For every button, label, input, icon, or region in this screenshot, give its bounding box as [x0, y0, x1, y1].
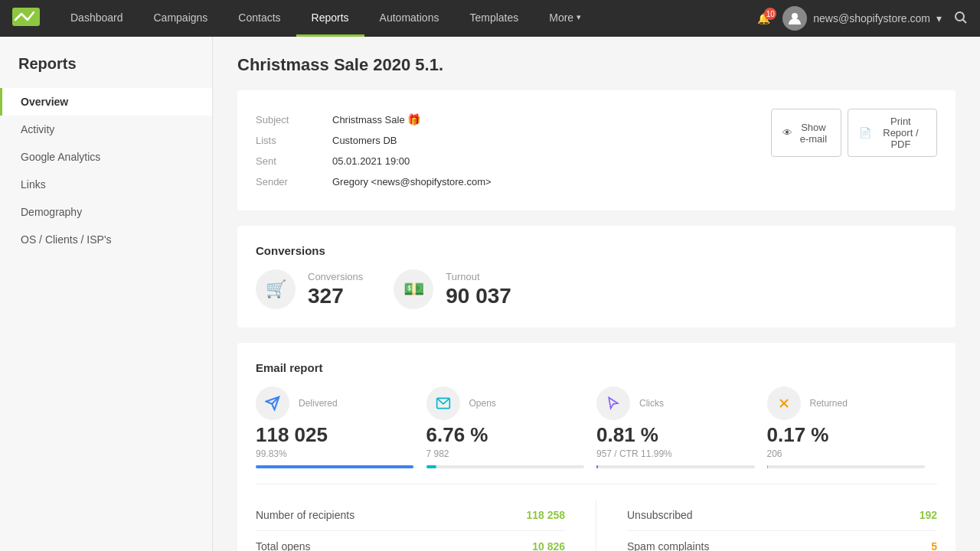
stats-col-left: Number of recipients 118 258 Total opens… — [256, 500, 596, 551]
clicks-header: Clicks — [596, 386, 755, 420]
unsubscribed-row: Unsubscribed 192 — [627, 500, 937, 531]
nav-reports[interactable]: Reports — [296, 0, 364, 37]
logo[interactable] — [12, 8, 43, 29]
user-menu[interactable]: news@shopifystore.com ▾ — [782, 6, 942, 31]
conversions-card: Conversions 🛒 Conversions 327 💵 Turnout … — [237, 226, 956, 328]
delivered-pct: 99.83% — [256, 448, 414, 459]
conversions-row: 🛒 Conversions 327 💵 Turnout 90 037 — [256, 269, 937, 309]
email-report-card: Email report Delivered 118 02 — [237, 343, 956, 551]
sidebar-item-google-analytics[interactable]: Google Analytics — [0, 143, 212, 171]
clicks-progress-bg — [596, 465, 755, 468]
turnout-number: 90 037 — [446, 284, 511, 308]
top-navigation: Dashboard Campaigns Contacts Reports Aut… — [0, 0, 980, 37]
returned-label: Returned — [810, 398, 848, 409]
meta-row-lists: Lists Customers DB — [256, 130, 771, 151]
total-opens-label: Total opens — [256, 540, 311, 551]
search-button[interactable] — [954, 11, 968, 27]
envelope-icon — [426, 386, 460, 420]
total-opens-row: Total opens 10 826 — [256, 531, 565, 551]
delivered-label-wrap: Delivered — [299, 398, 338, 409]
sidebar-item-activity[interactable]: Activity — [0, 116, 212, 143]
clicks-progress-fill — [596, 465, 598, 468]
subject-label: Subject — [256, 114, 332, 126]
clicks-label: Clicks — [639, 398, 664, 409]
opens-progress-bg — [426, 465, 585, 468]
sent-label: Sent — [256, 155, 332, 167]
money-icon: 💵 — [394, 269, 433, 309]
clicks-sub: 957 / CTR 11.99% — [596, 448, 755, 459]
sidebar-item-os-clients[interactable]: OS / Clients / ISP's — [0, 226, 212, 253]
recipients-row: Number of recipients 118 258 — [256, 500, 565, 531]
sender-label: Sender — [256, 176, 332, 187]
opens-value: 6.76 % — [426, 423, 585, 447]
clicks-value: 0.81 % — [596, 423, 755, 447]
svg-line-3 — [963, 19, 967, 23]
stats-col-right: Unsubscribed 192 Spam complaints 5 — [596, 500, 937, 551]
delivered-value: 118 025 — [256, 423, 414, 447]
turnout-values: Turnout 90 037 — [446, 271, 511, 308]
delivered-progress-fill — [256, 465, 413, 468]
recipients-value: 118 258 — [526, 509, 565, 521]
sidebar-item-overview[interactable]: Overview — [0, 88, 212, 116]
nav-more[interactable]: More ▾ — [534, 0, 596, 37]
avatar — [782, 6, 807, 31]
svg-rect-0 — [12, 8, 40, 26]
conversions-values: Conversions 327 — [308, 271, 363, 308]
turnout-item: 💵 Turnout 90 037 — [394, 269, 511, 309]
recipients-label: Number of recipients — [256, 509, 354, 521]
page-title: Christmass Sale 2020 5.1. — [237, 55, 956, 75]
total-opens-value: 10 826 — [532, 540, 565, 551]
returned-progress-bg — [767, 465, 926, 468]
opens-header: Opens — [426, 386, 585, 420]
nav-dashboard[interactable]: Dashboard — [55, 0, 139, 37]
print-report-button[interactable]: 📄 Print Report / PDF — [848, 109, 937, 157]
opens-stat: Opens 6.76 % 7 982 — [426, 386, 597, 468]
turnout-label: Turnout — [446, 271, 511, 282]
delivered-stat: Delivered 118 025 99.83% — [256, 386, 426, 468]
email-report-title: Email report — [256, 361, 937, 374]
show-email-button[interactable]: 👁 Show e-mail — [771, 109, 841, 157]
sidebar-item-links[interactable]: Links — [0, 171, 212, 198]
lists-value: Customers DB — [332, 135, 771, 146]
conversions-number: 327 — [308, 284, 363, 308]
cursor-icon — [596, 386, 630, 420]
nav-links: Dashboard Campaigns Contacts Reports Aut… — [55, 0, 757, 37]
user-chevron-icon: ▾ — [936, 12, 942, 24]
unsubscribed-value: 192 — [920, 509, 937, 521]
nav-automations[interactable]: Automations — [364, 0, 455, 37]
svg-point-1 — [792, 13, 798, 19]
meta-actions: 👁 Show e-mail 📄 Print Report / PDF — [771, 109, 937, 157]
returned-value: 0.17 % — [767, 423, 926, 447]
delivered-progress-bg — [256, 465, 414, 468]
sidebar: Reports Overview Activity Google Analyti… — [0, 37, 213, 551]
nav-templates[interactable]: Templates — [454, 0, 534, 37]
notification-badge: 10 — [764, 8, 776, 20]
delivered-header: Delivered — [256, 386, 414, 420]
section-divider — [256, 484, 937, 484]
nav-right: 🔔 10 news@shopifystore.com ▾ — [757, 6, 968, 31]
meta-row-sent: Sent 05.01.2021 19:00 — [256, 151, 771, 171]
x-icon — [767, 386, 801, 420]
spam-row: Spam complaints 5 — [627, 531, 937, 551]
nav-campaigns[interactable]: Campaigns — [139, 0, 224, 37]
conversions-label: Conversions — [308, 271, 363, 282]
conversions-item: 🛒 Conversions 327 — [256, 269, 363, 309]
email-report-grid: Delivered 118 025 99.83% — [256, 386, 937, 468]
meta-table: Subject Christmass Sale 🎁 Lists Customer… — [256, 109, 771, 192]
spam-value: 5 — [931, 540, 937, 551]
sidebar-item-demography[interactable]: Demography — [0, 198, 212, 226]
opens-label: Opens — [469, 398, 496, 409]
opens-progress-fill — [426, 465, 437, 468]
meta-row-subject: Subject Christmass Sale 🎁 — [256, 109, 771, 130]
sidebar-title: Reports — [0, 55, 212, 88]
clicks-stat: Clicks 0.81 % 957 / CTR 11.99% — [596, 386, 767, 468]
svg-point-2 — [956, 12, 964, 21]
user-email: news@shopifystore.com — [813, 12, 930, 24]
spam-label: Spam complaints — [627, 540, 709, 551]
returned-sub: 206 — [767, 448, 926, 459]
subject-value: Christmass Sale 🎁 — [332, 113, 771, 126]
send-icon — [256, 386, 289, 420]
notification-bell[interactable]: 🔔 10 — [757, 12, 770, 24]
opens-sub: 7 982 — [426, 448, 585, 459]
nav-contacts[interactable]: Contacts — [223, 0, 296, 37]
